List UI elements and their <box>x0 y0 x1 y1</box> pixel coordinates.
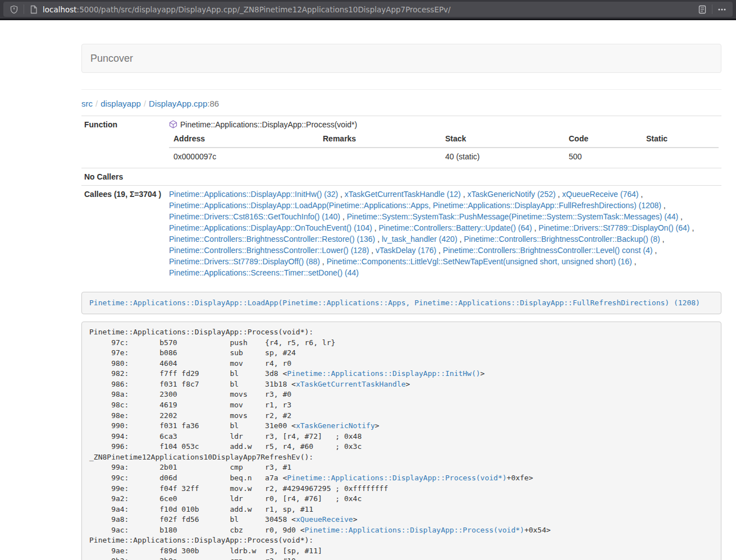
url-bar[interactable]: localhost:5000/path/src/displayapp/Displ… <box>3 2 733 17</box>
column-stack: Stack <box>441 130 564 148</box>
urlbar-divider <box>24 4 24 14</box>
callee-link[interactable]: Pinetime::Controllers::BrightnessControl… <box>169 235 375 244</box>
function-label: Function <box>81 116 166 168</box>
code-symbol-link[interactable]: xTaskGetCurrentTaskHandle <box>296 380 406 388</box>
code-symbol-link[interactable]: Pinetime::Applications::DisplayApp::Proc… <box>287 474 506 482</box>
assembly-listing: Pinetime::Applications::DisplayApp::Proc… <box>81 322 721 560</box>
divider <box>81 89 721 90</box>
breadcrumb-link[interactable]: displayapp <box>100 99 141 108</box>
shield-icon[interactable] <box>8 4 20 15</box>
page-info-icon[interactable] <box>28 4 39 15</box>
no-callers-label: No Callers <box>81 168 166 186</box>
highlighted-symbol-box: Pinetime::Applications::DisplayApp::Load… <box>81 292 721 314</box>
page-actions-menu-icon[interactable] <box>716 4 728 15</box>
details-header-row: Address Remarks Stack Code Static <box>169 130 719 148</box>
callees-row: Callees (19, Σ=3704 ) Pinetime::Applicat… <box>81 186 721 282</box>
details-value-row: 0x0000097c 40 (static) 500 <box>169 148 719 165</box>
column-static: Static <box>642 130 719 148</box>
column-address: Address <box>169 130 318 148</box>
code-symbol-link[interactable]: Pinetime::Applications::DisplayApp::Init… <box>287 369 480 378</box>
callee-link[interactable]: Pinetime::Drivers::Cst816S::GetTouchInfo… <box>169 212 340 221</box>
no-callers-row: No Callers <box>81 168 721 186</box>
url-path: :5000/path/src/displayapp/DisplayApp.cpp… <box>77 5 451 14</box>
callee-link[interactable]: Pinetime::Applications::DisplayApp::OnTo… <box>169 223 372 232</box>
breadcrumb-link[interactable]: src <box>81 99 93 108</box>
callee-link[interactable]: Pinetime::Drivers::St7789::DisplayOff() … <box>169 257 320 266</box>
callee-link[interactable]: Pinetime::Applications::DisplayApp::Init… <box>169 190 338 199</box>
code-value: 500 <box>564 148 642 165</box>
breadcrumb-link[interactable]: DisplayApp.cpp <box>149 99 207 108</box>
urlbar-divider <box>712 4 712 14</box>
code-symbol-link[interactable]: Pinetime::Applications::DisplayApp::Proc… <box>305 526 524 534</box>
breadcrumb-line-number: :86 <box>207 99 219 108</box>
browser-toolbar: localhost:5000/path/src/displayapp/Displ… <box>0 0 736 20</box>
callees-list: Pinetime::Applications::DisplayApp::Init… <box>166 186 721 282</box>
code-symbol-link[interactable]: xTaskGenericNotify <box>296 421 375 430</box>
cube-icon <box>169 120 177 128</box>
breadcrumb: src/displayapp/DisplayApp.cpp:86 <box>81 99 721 108</box>
callee-link[interactable]: xTaskGetCurrentTaskHandle (12) <box>345 190 461 199</box>
function-details-table: Address Remarks Stack Code Static 0x0000… <box>169 130 719 165</box>
url-text[interactable]: localhost:5000/path/src/displayapp/Displ… <box>43 5 697 14</box>
callee-link[interactable]: Pinetime::Controllers::Battery::Update()… <box>379 223 532 232</box>
column-code: Code <box>564 130 642 148</box>
function-title: Pinetime::Applications::DisplayApp::Proc… <box>169 119 719 130</box>
callees-label: Callees (19, Σ=3704 ) <box>81 186 166 282</box>
page-container: Puncover src/displayapp/DisplayApp.cpp:8… <box>81 20 721 560</box>
stack-value: 40 (static) <box>441 148 564 165</box>
address-value: 0x0000097c <box>169 148 318 165</box>
function-name: Pinetime::Applications::DisplayApp::Proc… <box>180 120 357 129</box>
function-row: Function Pinetime::Applications::Display… <box>81 116 721 168</box>
navbar: Puncover <box>81 44 721 73</box>
brand-link[interactable]: Puncover <box>82 44 141 72</box>
code-symbol-link[interactable]: xQueueReceive <box>296 515 353 524</box>
callee-link[interactable]: Pinetime::Controllers::BrightnessControl… <box>443 246 652 255</box>
highlighted-symbol-link[interactable]: Pinetime::Applications::DisplayApp::Load… <box>89 299 700 307</box>
callee-link[interactable]: Pinetime::Applications::DisplayApp::Load… <box>169 201 661 210</box>
callee-link[interactable]: Pinetime::Applications::Screens::Timer::… <box>169 268 359 277</box>
breadcrumb-separator: / <box>93 99 100 108</box>
callee-link[interactable]: lv_task_handler (420) <box>382 235 458 244</box>
callee-link[interactable]: vTaskDelay (176) <box>376 246 436 255</box>
static-value <box>642 148 719 165</box>
callee-link[interactable]: Pinetime::Drivers::St7789::DisplayOn() (… <box>538 223 689 232</box>
callee-link[interactable]: Pinetime::System::SystemTask::PushMessag… <box>347 212 679 221</box>
callee-link[interactable]: xTaskGenericNotify (252) <box>467 190 555 199</box>
reader-mode-icon[interactable] <box>697 4 708 15</box>
callee-link[interactable]: Pinetime::Components::LittleVgl::SetNewT… <box>327 257 632 266</box>
callee-link[interactable]: xQueueReceive (764) <box>562 190 638 199</box>
column-remarks: Remarks <box>318 130 441 148</box>
url-host: localhost <box>43 5 77 14</box>
callee-link[interactable]: Pinetime::Controllers::BrightnessControl… <box>464 235 660 244</box>
breadcrumb-separator: / <box>141 99 149 108</box>
remarks-value <box>318 148 441 165</box>
symbol-table: Function Pinetime::Applications::Display… <box>81 116 721 281</box>
callee-link[interactable]: Pinetime::Controllers::BrightnessControl… <box>169 246 369 255</box>
